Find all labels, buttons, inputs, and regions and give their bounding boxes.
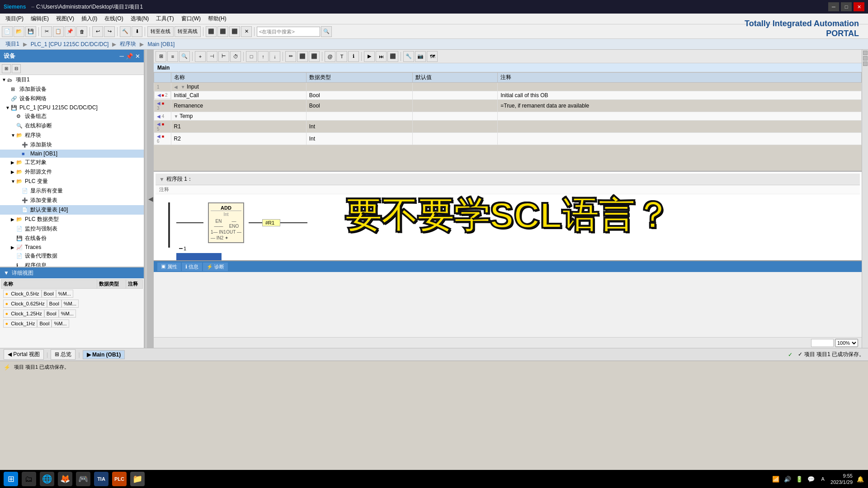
tree-item-tech-objects[interactable]: ▶ 📂 工艺对象 bbox=[0, 158, 144, 167]
taskbar-icon-chrome[interactable]: 🌐 bbox=[40, 472, 54, 486]
search-button[interactable]: 🔍 bbox=[321, 26, 332, 37]
sidebar-collapse-button[interactable]: ─ bbox=[120, 53, 124, 60]
snap-btn[interactable]: 📷 bbox=[415, 51, 426, 62]
list-item[interactable]: ● Clock_1.25Hz Bool %M... bbox=[1, 309, 97, 319]
network-1-comment[interactable]: 注释 bbox=[156, 185, 860, 194]
info-btn2[interactable]: ℹ bbox=[348, 51, 359, 62]
tree-item-add-var-table[interactable]: ➕ 添加变量表 bbox=[0, 196, 144, 205]
taskbar-icon-folder[interactable]: 📁 bbox=[130, 472, 145, 486]
redo-button[interactable]: ↪ bbox=[104, 26, 115, 37]
insert-block-btn[interactable]: □ bbox=[246, 51, 257, 62]
taskbar-icon-files[interactable]: 🗂 bbox=[22, 472, 36, 486]
system-clock[interactable]: 9:55 2023/1/29 bbox=[830, 473, 853, 486]
maximize-button[interactable]: □ bbox=[841, 2, 852, 11]
volume-icon[interactable]: 🔊 bbox=[783, 475, 792, 483]
zoom-in-btn[interactable]: 🔍 bbox=[179, 51, 190, 62]
menu-help[interactable]: 帮助(H) bbox=[204, 14, 230, 23]
tree-item-project1[interactable]: ▼ 🗁 项目1 bbox=[0, 75, 144, 84]
tree-item-main-ob1[interactable]: ■ Main [OB1] bbox=[0, 150, 144, 158]
tree-item-device-proxy-data[interactable]: 📄 设备代理数据 bbox=[0, 251, 144, 261]
btn1[interactable]: ⬛ bbox=[206, 26, 217, 37]
list-item[interactable]: ● Clock_0.5Hz Bool %M... bbox=[1, 289, 97, 299]
tree-item-online-backup[interactable]: 💾 在线备份 bbox=[0, 234, 144, 243]
project-detail-view-btn[interactable]: ⊟ bbox=[12, 64, 21, 73]
taskbar-icon-tia[interactable]: TIA bbox=[94, 472, 108, 486]
step-btn[interactable]: ⏭ bbox=[376, 51, 387, 62]
go-online-button[interactable]: 转至在线 bbox=[147, 26, 174, 37]
open-button[interactable]: 📂 bbox=[14, 26, 24, 37]
new-button[interactable]: 📄 bbox=[2, 26, 13, 37]
move-up-btn[interactable]: ↑ bbox=[258, 51, 269, 62]
tab-info[interactable]: ℹ 信息 bbox=[182, 263, 202, 271]
cut-button[interactable]: ✂ bbox=[41, 26, 52, 37]
addr-btn[interactable]: @ bbox=[325, 51, 335, 62]
tree-item-online-diag[interactable]: 🔍 在线和诊断 bbox=[0, 121, 144, 131]
breadcrumb-plc[interactable]: PLC_1 [CPU 1215C DC/DC/DC] bbox=[31, 41, 109, 47]
tree-item-watch-force-tables[interactable]: 📄 监控与强制表 bbox=[0, 224, 144, 234]
right-panel-btn-3[interactable] bbox=[863, 61, 868, 66]
paste-button[interactable]: 📌 bbox=[65, 26, 75, 37]
btn4[interactable]: ✕ bbox=[241, 26, 252, 37]
tree-item-device-config[interactable]: ⚙ 设备组态 bbox=[0, 112, 144, 121]
menu-tools[interactable]: 工具(T) bbox=[152, 14, 177, 23]
start-button[interactable]: ⊞ bbox=[4, 472, 18, 486]
taskbar-icon-browser[interactable]: 🦊 bbox=[58, 472, 72, 486]
tree-item-add-block[interactable]: ➕ 添加新块 bbox=[0, 140, 144, 150]
notification-icon[interactable]: 🔔 bbox=[856, 475, 864, 483]
list-item[interactable]: ● Clock_1Hz Bool %M... bbox=[1, 319, 97, 328]
menu-options[interactable]: 选项(N) bbox=[127, 14, 153, 23]
tree-item-traces[interactable]: ▶ 📈 Traces bbox=[0, 243, 144, 251]
edit-btn2[interactable]: ⬛ bbox=[297, 51, 308, 62]
breadcrumb-program-blocks[interactable]: 程序块 bbox=[120, 40, 136, 48]
menu-view[interactable]: 视图(V) bbox=[52, 14, 78, 23]
undo-button[interactable]: ↩ bbox=[92, 26, 103, 37]
right-panel-btn-2[interactable] bbox=[863, 56, 868, 61]
close-button[interactable]: ✕ bbox=[854, 2, 864, 11]
download-button[interactable]: ⬇ bbox=[132, 26, 142, 37]
btn2[interactable]: ⬛ bbox=[217, 26, 228, 37]
battery-icon[interactable]: 🔋 bbox=[795, 475, 803, 483]
taskbar-icon-plc[interactable]: PLC bbox=[112, 472, 127, 486]
sidebar-pin-button[interactable]: 📌 bbox=[126, 53, 133, 60]
tree-item-external-files[interactable]: ▶ 📂 外部源文件 bbox=[0, 167, 144, 177]
save-button[interactable]: 💾 bbox=[25, 26, 36, 37]
compile-button[interactable]: 🔨 bbox=[120, 26, 131, 37]
menu-online[interactable]: 在线(O) bbox=[101, 14, 127, 23]
search-input[interactable] bbox=[257, 27, 320, 37]
menu-insert[interactable]: 插入(I) bbox=[78, 14, 101, 23]
timer-btn[interactable]: ⏱ bbox=[230, 51, 241, 62]
bp-btn[interactable]: ⬛ bbox=[387, 51, 398, 62]
type-btn[interactable]: T bbox=[336, 51, 347, 62]
out-value-box[interactable]: #R1 bbox=[262, 219, 280, 226]
move-down-btn[interactable]: ↓ bbox=[269, 51, 280, 62]
msg-icon[interactable]: 💬 bbox=[807, 475, 815, 483]
tree-item-device-network[interactable]: 🔗 设备和网络 bbox=[0, 94, 144, 103]
tab-properties[interactable]: ▣ 属性 bbox=[157, 263, 181, 271]
network-icon[interactable]: 📶 bbox=[772, 475, 780, 483]
project-tree-view-btn[interactable]: ⊞ bbox=[2, 64, 11, 73]
run-btn[interactable]: ▶ bbox=[364, 51, 375, 62]
portal-view-btn[interactable]: ◀ Portal 视图 bbox=[4, 349, 44, 360]
menu-project[interactable]: 项目(P) bbox=[2, 14, 27, 23]
edit-btn3[interactable]: ⬛ bbox=[309, 51, 320, 62]
tree-item-plc1[interactable]: ▼ 💾 PLC_1 [CPU 1215C DC/DC/DC] bbox=[0, 103, 144, 112]
tree-item-show-all-vars[interactable]: 📄 显示所有变量 bbox=[0, 186, 144, 196]
toggle-view-btn[interactable]: ⊞ bbox=[156, 51, 166, 62]
tree-item-plc-variables[interactable]: ▼ 📂 PLC 变量 bbox=[0, 177, 144, 186]
tree-item-default-var-table[interactable]: 📄 默认变量表 [40] bbox=[0, 205, 144, 215]
delete-button[interactable]: 🗑 bbox=[76, 26, 87, 37]
taskbar-icon-app1[interactable]: 🎮 bbox=[76, 472, 90, 486]
bit-operation-btn[interactable]: ⊢ bbox=[218, 51, 229, 62]
menu-edit[interactable]: 编辑(E) bbox=[27, 14, 52, 23]
lad-btn[interactable]: ⊣ bbox=[207, 51, 217, 62]
sidebar-close-button[interactable]: ✕ bbox=[135, 53, 140, 60]
input-icon[interactable]: A bbox=[819, 475, 827, 483]
minimize-button[interactable]: ─ bbox=[828, 2, 839, 11]
list-item[interactable]: ● Clock_0.625Hz Bool %M... bbox=[1, 299, 97, 309]
insert-network-btn[interactable]: + bbox=[195, 51, 206, 62]
diag-btn[interactable]: 🔧 bbox=[403, 51, 414, 62]
main-ob1-tab[interactable]: ▶ Main (OB1) bbox=[83, 350, 125, 359]
tree-item-plc-data-types[interactable]: ▶ 📂 PLC 数据类型 bbox=[0, 215, 144, 224]
btn3[interactable]: ⬛ bbox=[229, 26, 240, 37]
zoom-select[interactable]: 100% 75% 150% bbox=[835, 339, 858, 347]
